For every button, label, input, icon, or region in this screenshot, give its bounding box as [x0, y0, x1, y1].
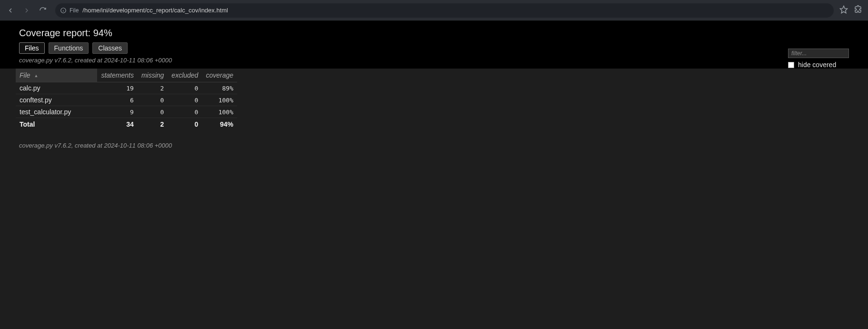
- sort-asc-icon: ▲: [34, 73, 38, 78]
- cell-excluded: 0: [168, 82, 202, 94]
- filter-input[interactable]: [788, 49, 849, 58]
- file-link[interactable]: calc.py: [20, 84, 40, 92]
- col-header-statements[interactable]: statements: [97, 69, 137, 82]
- cell-excluded: 0: [168, 106, 202, 118]
- tab-files[interactable]: Files: [19, 42, 45, 54]
- browser-toolbar: File /home/ini/development/cc_report/cal…: [0, 0, 868, 21]
- url-bar[interactable]: File /home/ini/development/cc_report/cal…: [55, 3, 834, 18]
- total-coverage: 94%: [202, 118, 237, 131]
- hide-covered-checkbox[interactable]: [788, 62, 794, 68]
- cell-missing: 0: [138, 94, 168, 106]
- coverage-table: File ▲ statements missing excluded cover…: [16, 69, 237, 130]
- cell-coverage: 100%: [202, 94, 237, 106]
- total-missing: 2: [138, 118, 168, 131]
- back-button[interactable]: [4, 4, 17, 17]
- reload-button[interactable]: [36, 4, 50, 17]
- table-row: conftest.py 6 0 0 100%: [16, 94, 237, 106]
- table-total-row: Total 34 2 0 94%: [16, 118, 237, 131]
- info-icon: File: [60, 7, 79, 14]
- footer-meta: coverage.py v7.6.2, created at 2024-10-1…: [19, 142, 868, 149]
- cell-missing: 0: [138, 106, 168, 118]
- header-meta: coverage.py v7.6.2, created at 2024-10-1…: [19, 57, 849, 64]
- tab-functions[interactable]: Functions: [49, 42, 89, 54]
- extensions-icon[interactable]: [854, 5, 862, 16]
- file-link[interactable]: test_calculator.py: [20, 108, 71, 116]
- url-text: /home/ini/development/cc_report/calc_cov…: [82, 7, 228, 14]
- svg-marker-3: [840, 6, 848, 13]
- total-excluded: 0: [168, 118, 202, 131]
- cell-coverage: 89%: [202, 82, 237, 94]
- cell-missing: 2: [138, 82, 168, 94]
- cell-statements: 6: [97, 94, 137, 106]
- total-statements: 34: [97, 118, 137, 131]
- report-header: Coverage report: 94% Files Functions Cla…: [0, 21, 868, 69]
- bookmark-star-icon[interactable]: [839, 5, 848, 16]
- cell-statements: 19: [97, 82, 137, 94]
- cell-statements: 9: [97, 106, 137, 118]
- tab-classes[interactable]: Classes: [92, 42, 128, 54]
- table-row: calc.py 19 2 0 89%: [16, 82, 237, 94]
- content-area: File ▲ statements missing excluded cover…: [0, 69, 868, 159]
- total-label: Total: [16, 118, 97, 131]
- file-link[interactable]: conftest.py: [20, 96, 52, 104]
- table-row: test_calculator.py 9 0 0 100%: [16, 106, 237, 118]
- hide-covered-toggle[interactable]: hide covered: [788, 61, 836, 69]
- forward-button[interactable]: [20, 4, 33, 17]
- col-header-missing[interactable]: missing: [138, 69, 168, 82]
- col-header-excluded[interactable]: excluded: [168, 69, 202, 82]
- col-header-coverage[interactable]: coverage: [202, 69, 237, 82]
- hide-covered-label: hide covered: [798, 61, 836, 69]
- tabs-row: Files Functions Classes: [19, 42, 849, 54]
- cell-coverage: 100%: [202, 106, 237, 118]
- page-title: Coverage report: 94%: [19, 28, 849, 39]
- col-header-file[interactable]: File ▲: [16, 69, 97, 82]
- cell-excluded: 0: [168, 94, 202, 106]
- url-scheme-label: File: [70, 7, 79, 14]
